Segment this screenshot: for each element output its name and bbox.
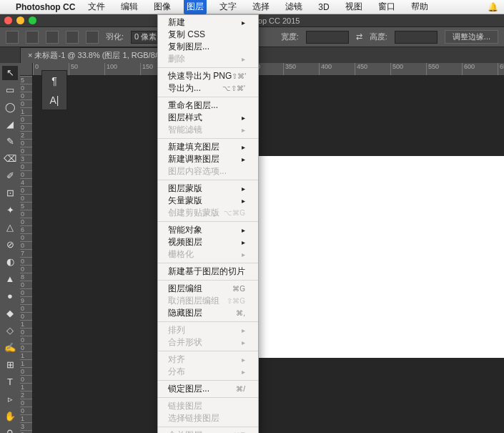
tool-7[interactable]: ⊡ (2, 186, 18, 200)
system-menubar: Photoshop CC 文件编辑图像图层文字选择滤镜3D视图窗口帮助 🔔 (0, 0, 504, 14)
menu-item-label: 复制 CSS (168, 29, 205, 41)
horizontal-ruler: 0501001502002503003504004505005506006507… (33, 63, 504, 76)
document-tab-label: 未标题-1 @ 33.8% (图层 1, RGB/8#) * (34, 51, 167, 59)
refine-edge-button[interactable]: 调整边缘... (445, 30, 498, 44)
tool-20[interactable]: ✋ (2, 409, 18, 424)
menu-item-label: 智能滤镜 (168, 124, 202, 136)
menu-item-label: 新建调整图层 (168, 153, 219, 165)
menu-文字[interactable]: 文字 (217, 0, 239, 14)
paragraph-panel[interactable]: ¶ A| (41, 70, 67, 110)
menu-item-视频图层[interactable]: 视频图层 (158, 236, 258, 248)
tool-3[interactable]: ◢ (2, 117, 18, 132)
app-name[interactable]: Photoshop CC (16, 2, 75, 12)
selection-mode-new-icon[interactable] (26, 31, 39, 44)
menu-3D[interactable]: 3D (315, 1, 332, 14)
menu-item-label: 智能对象 (168, 224, 202, 236)
menu-item-智能对象[interactable]: 智能对象 (158, 224, 258, 236)
menu-item-图层样式[interactable]: 图层样式 (158, 112, 258, 124)
menu-item-label: 分布 (168, 366, 185, 378)
menu-item-矢量蒙版[interactable]: 矢量蒙版 (158, 195, 258, 207)
menu-item-分布: 分布 (158, 366, 258, 378)
tool-5[interactable]: ⌫ (2, 152, 18, 166)
tool-1[interactable]: ▭ (2, 83, 18, 97)
notification-icon[interactable]: 🔔 (488, 2, 498, 12)
menu-item-新建填充图层[interactable]: 新建填充图层 (158, 141, 258, 153)
selection-mode-add-icon[interactable] (46, 31, 59, 44)
menu-separator (158, 321, 258, 322)
tool-16[interactable]: ✍ (2, 341, 18, 355)
menu-item-shortcut: ⌥⇧⌘' (222, 84, 245, 92)
menu-item-图层蒙版[interactable]: 图层蒙版 (158, 183, 258, 195)
menu-item-删除: 删除 (158, 53, 258, 65)
menu-item-复制 CSS[interactable]: 复制 CSS (158, 29, 258, 41)
height-input[interactable] (395, 31, 438, 44)
tool-18[interactable]: T (2, 375, 18, 389)
menu-item-label: 图层编组 (168, 283, 202, 295)
width-input[interactable] (306, 31, 349, 44)
menu-separator (158, 180, 258, 180)
menu-图像[interactable]: 图像 (151, 0, 174, 14)
marquee-tool-icon[interactable] (6, 31, 19, 44)
selection-mode-subtract-icon[interactable] (66, 31, 79, 44)
tool-9[interactable]: △ (2, 220, 18, 235)
minimize-window-button[interactable] (16, 16, 24, 24)
menu-item-shortcut: ⌘/ (236, 385, 245, 393)
tool-6[interactable]: ✐ (2, 169, 18, 183)
tool-0[interactable]: ↖ (2, 66, 18, 80)
menu-窗口[interactable]: 窗口 (375, 0, 398, 14)
tool-12[interactable]: ▲ (2, 272, 18, 286)
menu-item-新建调整图层[interactable]: 新建调整图层 (158, 153, 258, 165)
menu-item-快速导出为 PNG[interactable]: 快速导出为 PNG⇧⌘' (158, 70, 258, 82)
menu-item-shortcut: ⇧⌘G (227, 297, 245, 305)
swap-wh-icon[interactable]: ⇄ (356, 32, 362, 42)
menu-item-导出为...[interactable]: 导出为...⌥⇧⌘' (158, 82, 258, 94)
menu-item-shortcut: ⇧⌘' (232, 72, 246, 80)
canvas-area: 0501001502002503003504004505005506006507… (20, 63, 504, 433)
menu-item-label: 删除 (168, 53, 185, 65)
feather-label: 羽化: (106, 31, 124, 42)
vertical-ruler: 5000100200300400500600700800900100011001… (20, 76, 33, 433)
menu-item-图层编组[interactable]: 图层编组⌘G (158, 283, 258, 295)
menu-选择[interactable]: 选择 (249, 0, 272, 14)
selection-mode-intersect-icon[interactable] (86, 31, 99, 44)
menu-item-label: 矢量蒙版 (168, 195, 202, 207)
menu-视图[interactable]: 视图 (342, 0, 365, 14)
menu-编辑[interactable]: 编辑 (118, 0, 141, 14)
menu-separator (158, 138, 258, 139)
tool-15[interactable]: ◇ (2, 323, 18, 338)
close-window-button[interactable] (4, 16, 12, 24)
character-icon[interactable]: A| (50, 94, 59, 106)
menu-item-label: 合并图层 (168, 429, 202, 433)
menu-item-新建[interactable]: 新建 (158, 16, 258, 29)
paragraph-icon[interactable]: ¶ (51, 75, 57, 87)
menu-文件[interactable]: 文件 (85, 0, 108, 14)
menu-item-label: 复制图层... (168, 41, 209, 53)
tool-13[interactable]: ● (2, 289, 18, 303)
menu-item-shortcut: ⌘, (236, 309, 245, 317)
tool-11[interactable]: ◐ (2, 255, 18, 269)
menu-item-label: 快速导出为 PNG (168, 70, 232, 82)
menu-item-合并形状: 合并形状 (158, 336, 258, 349)
tool-14[interactable]: ◆ (2, 306, 18, 321)
menu-item-label: 锁定图层... (168, 383, 209, 395)
menu-帮助[interactable]: 帮助 (408, 0, 431, 14)
menu-图层[interactable]: 图层 (184, 0, 207, 14)
menu-item-锁定图层...[interactable]: 锁定图层...⌘/ (158, 383, 258, 395)
tool-21[interactable]: ⚲ (2, 427, 18, 433)
menu-item-label: 新建 (168, 16, 185, 29)
menu-item-label: 重命名图层... (168, 99, 218, 112)
document-tab[interactable]: × 未标题-1 @ 33.8% (图层 1, RGB/8#) * (20, 47, 175, 63)
menu-item-复制图层...[interactable]: 复制图层... (158, 41, 258, 53)
menu-item-新建基于图层的切片[interactable]: 新建基于图层的切片 (158, 266, 258, 278)
menu-滤镜[interactable]: 滤镜 (282, 0, 305, 14)
tool-10[interactable]: ⊘ (2, 238, 18, 252)
tool-17[interactable]: ⊞ (2, 358, 18, 372)
tool-8[interactable]: ✦ (2, 203, 18, 218)
menu-item-隐藏图层[interactable]: 隐藏图层⌘, (158, 307, 258, 319)
zoom-window-button[interactable] (29, 16, 36, 24)
tool-4[interactable]: ✎ (2, 135, 18, 149)
menu-separator (158, 97, 258, 97)
tool-2[interactable]: ◯ (2, 100, 18, 115)
tool-19[interactable]: ▹ (2, 392, 18, 407)
menu-item-重命名图层...[interactable]: 重命名图层... (158, 99, 258, 112)
